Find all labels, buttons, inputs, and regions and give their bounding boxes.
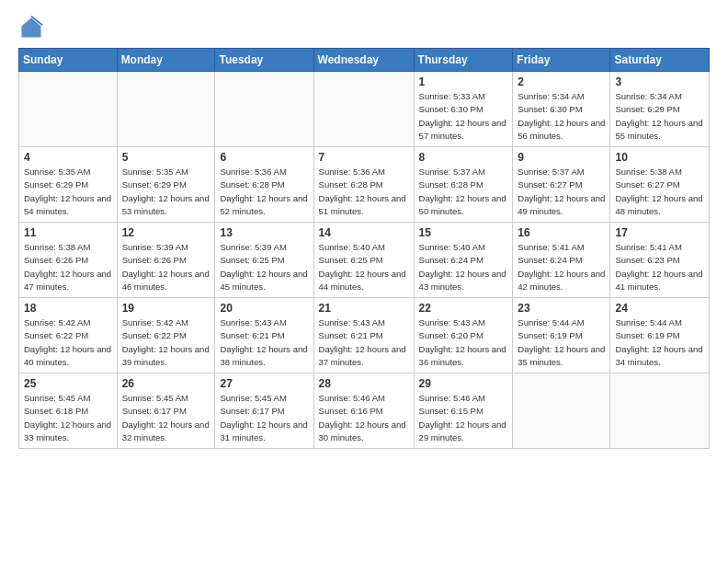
calendar-cell: 6Sunrise: 5:36 AMSunset: 6:28 PMDaylight… — [215, 147, 313, 223]
col-header-wednesday: Wednesday — [313, 49, 414, 72]
week-row-1: 1Sunrise: 5:33 AMSunset: 6:30 PMDaylight… — [19, 72, 710, 147]
week-row-2: 4Sunrise: 5:35 AMSunset: 6:29 PMDaylight… — [19, 147, 710, 223]
day-info: Sunrise: 5:36 AMSunset: 6:28 PMDaylight:… — [319, 166, 409, 218]
day-info: Sunrise: 5:38 AMSunset: 6:27 PMDaylight:… — [615, 166, 704, 218]
calendar-cell: 21Sunrise: 5:43 AMSunset: 6:21 PMDayligh… — [313, 298, 414, 373]
day-info: Sunrise: 5:37 AMSunset: 6:27 PMDaylight:… — [518, 166, 605, 218]
day-number: 14 — [319, 226, 409, 239]
calendar-cell: 18Sunrise: 5:42 AMSunset: 6:22 PMDayligh… — [19, 298, 118, 373]
day-info: Sunrise: 5:42 AMSunset: 6:22 PMDaylight:… — [24, 316, 112, 369]
col-header-thursday: Thursday — [414, 49, 513, 72]
day-number: 10 — [615, 151, 704, 164]
day-info: Sunrise: 5:38 AMSunset: 6:26 PMDaylight:… — [24, 241, 112, 293]
day-number: 21 — [319, 302, 409, 315]
calendar-cell: 15Sunrise: 5:40 AMSunset: 6:24 PMDayligh… — [414, 223, 513, 298]
calendar-cell: 28Sunrise: 5:46 AMSunset: 6:16 PMDayligh… — [313, 373, 414, 449]
day-number: 3 — [615, 75, 704, 88]
calendar-cell: 3Sunrise: 5:34 AMSunset: 6:29 PMDaylight… — [610, 72, 710, 147]
day-info: Sunrise: 5:42 AMSunset: 6:22 PMDaylight:… — [122, 316, 210, 369]
day-number: 11 — [24, 226, 112, 239]
col-header-sunday: Sunday — [19, 49, 118, 72]
day-info: Sunrise: 5:43 AMSunset: 6:20 PMDaylight:… — [419, 316, 508, 369]
calendar-cell: 11Sunrise: 5:38 AMSunset: 6:26 PMDayligh… — [19, 223, 118, 298]
calendar-cell: 25Sunrise: 5:45 AMSunset: 6:18 PMDayligh… — [19, 373, 118, 449]
calendar-cell: 20Sunrise: 5:43 AMSunset: 6:21 PMDayligh… — [215, 298, 313, 373]
day-number: 19 — [122, 302, 210, 315]
day-number: 24 — [615, 302, 704, 315]
day-info: Sunrise: 5:35 AMSunset: 6:29 PMDaylight:… — [122, 166, 210, 218]
day-number: 12 — [122, 226, 210, 239]
day-number: 4 — [24, 151, 112, 164]
day-info: Sunrise: 5:41 AMSunset: 6:23 PMDaylight:… — [615, 241, 704, 293]
day-info: Sunrise: 5:37 AMSunset: 6:28 PMDaylight:… — [419, 166, 508, 218]
calendar-cell: 9Sunrise: 5:37 AMSunset: 6:27 PMDaylight… — [513, 147, 610, 223]
day-number: 2 — [518, 75, 605, 88]
calendar-cell: 13Sunrise: 5:39 AMSunset: 6:25 PMDayligh… — [215, 223, 313, 298]
day-number: 18 — [24, 302, 112, 315]
calendar-cell: 23Sunrise: 5:44 AMSunset: 6:19 PMDayligh… — [513, 298, 610, 373]
calendar-cell: 24Sunrise: 5:44 AMSunset: 6:19 PMDayligh… — [610, 298, 710, 373]
day-number: 8 — [419, 151, 508, 164]
day-number: 13 — [220, 226, 308, 239]
calendar-cell: 26Sunrise: 5:45 AMSunset: 6:17 PMDayligh… — [117, 373, 215, 449]
day-number: 16 — [518, 226, 605, 239]
day-info: Sunrise: 5:46 AMSunset: 6:16 PMDaylight:… — [319, 392, 409, 444]
calendar-cell: 14Sunrise: 5:40 AMSunset: 6:25 PMDayligh… — [313, 223, 414, 298]
day-info: Sunrise: 5:46 AMSunset: 6:15 PMDaylight:… — [419, 392, 508, 444]
calendar-cell — [117, 72, 215, 147]
calendar-cell: 19Sunrise: 5:42 AMSunset: 6:22 PMDayligh… — [117, 298, 215, 373]
calendar-cell: 7Sunrise: 5:36 AMSunset: 6:28 PMDaylight… — [313, 147, 414, 223]
day-info: Sunrise: 5:40 AMSunset: 6:24 PMDaylight:… — [419, 241, 508, 293]
week-row-5: 25Sunrise: 5:45 AMSunset: 6:18 PMDayligh… — [19, 373, 710, 449]
day-number: 23 — [518, 302, 605, 315]
calendar-cell — [513, 373, 610, 449]
day-number: 28 — [319, 377, 409, 390]
day-info: Sunrise: 5:33 AMSunset: 6:30 PMDaylight:… — [419, 90, 508, 143]
day-info: Sunrise: 5:43 AMSunset: 6:21 PMDaylight:… — [220, 316, 308, 369]
day-number: 26 — [122, 377, 210, 390]
day-number: 5 — [122, 151, 210, 164]
day-number: 29 — [419, 377, 508, 390]
day-info: Sunrise: 5:44 AMSunset: 6:19 PMDaylight:… — [615, 316, 704, 369]
calendar-cell: 16Sunrise: 5:41 AMSunset: 6:24 PMDayligh… — [513, 223, 610, 298]
day-number: 9 — [518, 151, 605, 164]
calendar-table: SundayMondayTuesdayWednesdayThursdayFrid… — [18, 48, 710, 449]
day-info: Sunrise: 5:45 AMSunset: 6:17 PMDaylight:… — [220, 392, 308, 444]
logo-icon — [18, 15, 44, 40]
calendar-cell: 27Sunrise: 5:45 AMSunset: 6:17 PMDayligh… — [215, 373, 313, 449]
day-number: 1 — [419, 75, 508, 88]
col-header-friday: Friday — [513, 49, 610, 72]
calendar-cell: 1Sunrise: 5:33 AMSunset: 6:30 PMDaylight… — [414, 72, 513, 147]
calendar-cell: 10Sunrise: 5:38 AMSunset: 6:27 PMDayligh… — [610, 147, 710, 223]
day-number: 20 — [220, 302, 308, 315]
calendar-cell — [313, 72, 414, 147]
day-info: Sunrise: 5:45 AMSunset: 6:17 PMDaylight:… — [122, 392, 210, 444]
day-info: Sunrise: 5:34 AMSunset: 6:29 PMDaylight:… — [615, 90, 704, 143]
day-number: 15 — [419, 226, 508, 239]
day-number: 25 — [24, 377, 112, 390]
day-info: Sunrise: 5:34 AMSunset: 6:30 PMDaylight:… — [518, 90, 605, 143]
calendar-cell: 4Sunrise: 5:35 AMSunset: 6:29 PMDaylight… — [19, 147, 118, 223]
day-number: 7 — [319, 151, 409, 164]
calendar-cell: 8Sunrise: 5:37 AMSunset: 6:28 PMDaylight… — [414, 147, 513, 223]
calendar-cell: 12Sunrise: 5:39 AMSunset: 6:26 PMDayligh… — [117, 223, 215, 298]
day-info: Sunrise: 5:41 AMSunset: 6:24 PMDaylight:… — [518, 241, 605, 293]
day-number: 17 — [615, 226, 704, 239]
calendar-cell — [19, 72, 118, 147]
calendar-cell: 29Sunrise: 5:46 AMSunset: 6:15 PMDayligh… — [414, 373, 513, 449]
col-header-monday: Monday — [117, 49, 215, 72]
calendar-header-row: SundayMondayTuesdayWednesdayThursdayFrid… — [19, 49, 710, 72]
calendar-cell: 22Sunrise: 5:43 AMSunset: 6:20 PMDayligh… — [414, 298, 513, 373]
day-number: 22 — [419, 302, 508, 315]
calendar-cell: 2Sunrise: 5:34 AMSunset: 6:30 PMDaylight… — [513, 72, 610, 147]
col-header-saturday: Saturday — [610, 49, 710, 72]
day-info: Sunrise: 5:39 AMSunset: 6:25 PMDaylight:… — [220, 241, 308, 293]
day-info: Sunrise: 5:44 AMSunset: 6:19 PMDaylight:… — [518, 316, 605, 369]
day-number: 27 — [220, 377, 308, 390]
day-info: Sunrise: 5:40 AMSunset: 6:25 PMDaylight:… — [319, 241, 409, 293]
week-row-3: 11Sunrise: 5:38 AMSunset: 6:26 PMDayligh… — [19, 223, 710, 298]
day-info: Sunrise: 5:36 AMSunset: 6:28 PMDaylight:… — [220, 166, 308, 218]
calendar-cell — [215, 72, 313, 147]
day-info: Sunrise: 5:39 AMSunset: 6:26 PMDaylight:… — [122, 241, 210, 293]
col-header-tuesday: Tuesday — [215, 49, 313, 72]
